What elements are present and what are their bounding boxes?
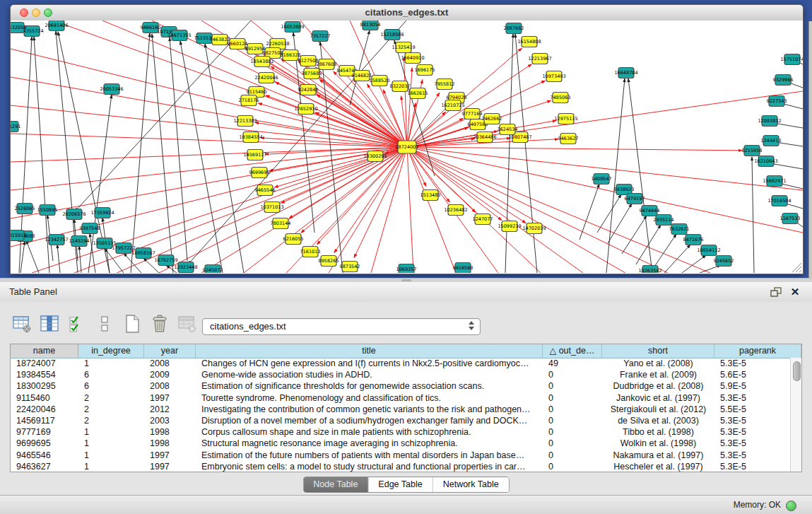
graph-node[interactable]: 16210643 <box>754 156 777 167</box>
graph-node[interactable]: 1662615 <box>408 88 428 99</box>
resize-grip-icon[interactable] <box>792 263 801 272</box>
graph-node[interactable]: 18300295 <box>363 151 387 162</box>
graph-node[interactable]: 9465546 <box>255 185 276 196</box>
graph-node[interactable]: 6216055 <box>283 234 304 245</box>
tab-node-table[interactable]: Node Table <box>303 477 368 492</box>
graph-node[interactable]: 7803144 <box>271 218 291 229</box>
table-row[interactable]: 946554611997Estimation of the future num… <box>11 450 791 461</box>
graph-node[interactable]: 12975115 <box>554 114 577 124</box>
graph-node[interactable]: 17359924 <box>90 208 114 218</box>
graph-node[interactable]: 9699695 <box>249 168 270 178</box>
graph-node[interactable]: 1247077 <box>473 214 493 225</box>
graph-node[interactable]: 20206576 <box>62 209 86 220</box>
graph-node[interactable]: 14569117 <box>243 150 266 160</box>
graph-node[interactable]: 12652910 <box>294 104 317 115</box>
tab-network-table[interactable]: Network Table <box>433 477 509 492</box>
table-row[interactable]: 1938455462009Genome-wide association stu… <box>11 369 791 380</box>
graph-node[interactable]: 15099239 <box>498 221 521 232</box>
graph-node[interactable]: 16154808 <box>517 37 541 47</box>
delete-icon[interactable] <box>149 313 170 334</box>
graph-node[interactable]: 9127508 <box>298 56 319 66</box>
graph-node[interactable]: 9245652 <box>714 256 734 267</box>
graph-node[interactable]: 2526065 <box>15 204 35 214</box>
graph-node[interactable]: 15218586 <box>380 30 404 40</box>
network-graph-canvas[interactable]: 2435572420691406913205894661601071913514… <box>11 21 803 273</box>
column-header-title[interactable]: title <box>196 344 543 358</box>
graph-node[interactable]: 9315913 <box>11 230 26 241</box>
graph-node[interactable]: 10371013 <box>260 202 283 213</box>
graph-node[interactable]: 16648784 <box>614 68 637 78</box>
graph-node[interactable]: 7632621 <box>669 224 690 235</box>
column-header-pagerank[interactable]: pagerank <box>714 344 801 358</box>
graph-node[interactable]: 1696175 <box>415 65 435 76</box>
graph-node[interactable]: 2087682 <box>504 23 524 34</box>
graph-node[interactable]: 1244413 <box>761 136 782 146</box>
table-row[interactable]: 1830029562008Estimation of significance … <box>11 380 791 392</box>
graph-node[interactable]: 15751074 <box>780 54 803 65</box>
graph-node[interactable]: 9245072 <box>203 265 223 274</box>
graph-node[interactable]: 7161013 <box>300 247 321 257</box>
graph-node[interactable]: 10654112 <box>697 245 720 256</box>
graph-node[interactable]: 8471676 <box>683 235 704 245</box>
table-row[interactable]: 977716911998Corpus callosum shape and si… <box>11 426 791 438</box>
float-panel-icon[interactable] <box>770 286 782 298</box>
column-header-year[interactable]: year <box>144 344 196 358</box>
column-header-name[interactable]: name <box>11 344 78 358</box>
table-row[interactable]: 911546021997Tourette syndrome. Phenomeno… <box>11 392 791 404</box>
network-window-titlebar[interactable]: citations_edges.txt <box>11 5 803 21</box>
graph-node[interactable]: 16640910 <box>401 53 424 64</box>
graph-node[interactable]: 9227343 <box>767 96 787 107</box>
graph-node[interactable]: 9397548 <box>80 223 100 234</box>
table-settings-icon[interactable] <box>11 313 33 334</box>
graph-node[interactable]: 7462662 <box>482 114 502 124</box>
table-row[interactable]: 1456911722003Disruption of a novel membe… <box>11 415 791 426</box>
graph-node[interactable]: 7955812 <box>435 79 455 90</box>
graph-node[interactable]: 1588520 <box>370 76 390 86</box>
graph-node[interactable]: 12342757 <box>45 235 68 245</box>
table-source-select[interactable]: citations_edges.txt <box>202 318 481 335</box>
graph-node[interactable]: 9551291 <box>11 122 20 132</box>
graph-node[interactable]: 18724007 <box>395 141 418 153</box>
graph-node[interactable]: 2718176 <box>239 95 259 106</box>
column-select-icon[interactable] <box>39 313 60 334</box>
graph-node[interactable]: 8215958 <box>742 146 763 156</box>
graph-node[interactable]: 9132058 <box>11 23 26 33</box>
graph-node[interactable]: 9242848 <box>298 85 319 95</box>
graph-node[interactable]: 2935114 <box>654 215 674 226</box>
graph-node[interactable]: 3624534 <box>498 124 518 135</box>
graph-node[interactable]: 12213967 <box>528 54 551 64</box>
table-row[interactable]: 969969511998Structural magnetic resonanc… <box>11 438 791 449</box>
graph-node[interactable]: 1550895 <box>37 205 58 216</box>
graph-node[interactable]: 10263542 <box>638 266 661 274</box>
column-header-in_degree[interactable]: in_degree <box>78 344 144 358</box>
graph-node[interactable]: 9463627 <box>558 134 579 144</box>
graph-node[interactable]: 3875685 <box>302 69 322 79</box>
column-header-short[interactable]: short <box>602 344 714 358</box>
graph-node[interactable]: 12093832 <box>758 116 781 127</box>
graph-node[interactable]: 1167533 <box>780 214 801 224</box>
delete-table-icon[interactable] <box>177 313 198 334</box>
graph-node[interactable]: 1409547 <box>592 174 612 185</box>
close-panel-icon[interactable]: ✕ <box>789 285 801 299</box>
graph-node[interactable]: 17016504 <box>767 196 791 206</box>
show-columns-icon[interactable] <box>66 313 88 334</box>
graph-node[interactable]: 8813054 <box>360 21 381 30</box>
graph-node[interactable]: 20691406 <box>45 21 68 31</box>
graph-node[interactable]: 9777169 <box>462 109 483 119</box>
graph-node[interactable]: 2867608 <box>317 59 337 70</box>
graph-node[interactable]: 1069357 <box>396 264 417 274</box>
graph-node[interactable]: 9416568 <box>453 263 473 274</box>
graph-node[interactable]: 10973493 <box>542 71 565 82</box>
new-table-icon[interactable] <box>122 313 143 334</box>
graph-node[interactable]: 16053809 <box>281 22 304 33</box>
row-height-icon[interactable] <box>94 313 115 334</box>
graph-node[interactable]: 1145194 <box>69 236 90 247</box>
graph-node[interactable]: 7357227 <box>310 31 331 42</box>
graph-node[interactable]: 6479197 <box>625 194 645 204</box>
table-scrollbar-thumb[interactable] <box>793 361 801 381</box>
graph-node[interactable]: 15692971 <box>763 176 786 187</box>
graph-node[interactable]: 9873542 <box>340 262 360 272</box>
column-header-out_de[interactable]: △ out_de… <box>543 344 602 358</box>
tab-edge-table[interactable]: Edge Table <box>368 477 433 492</box>
table-scrollbar[interactable] <box>790 358 801 472</box>
